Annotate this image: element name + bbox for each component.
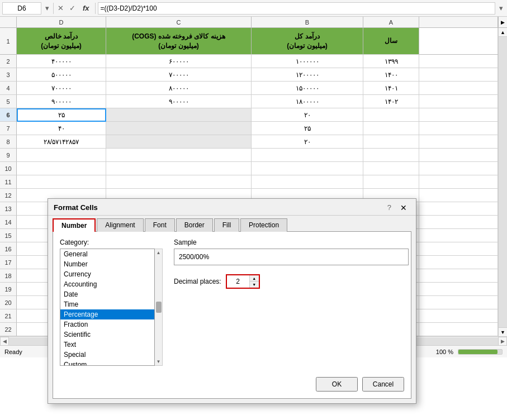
cell-A8[interactable] <box>363 135 419 149</box>
cell-B3[interactable]: ۱۲۰۰۰۰۰ <box>252 68 363 82</box>
formula-input[interactable] <box>98 2 495 15</box>
spinner-down-button[interactable]: ▼ <box>250 281 259 288</box>
col-header-C[interactable]: C <box>106 17 252 27</box>
cell-C6[interactable] <box>106 108 252 122</box>
cell-B1[interactable]: درآمد کل(میلیون تومان) <box>252 28 363 55</box>
category-list[interactable]: General Number Currency Accounting Date … <box>60 249 155 366</box>
category-scientific[interactable]: Scientific <box>60 330 154 340</box>
row-num-6[interactable]: 6 <box>0 108 17 122</box>
tab-border[interactable]: Border <box>176 218 213 232</box>
cell-D8[interactable]: ۲۸/۵۷۱۴۲۸۵۷ <box>17 135 106 149</box>
row-num-11[interactable]: 11 <box>0 175 17 189</box>
cell-A2[interactable]: ۱۳۹۹ <box>363 55 419 68</box>
cell-C11[interactable] <box>106 175 252 189</box>
scroll-thumb[interactable] <box>499 37 507 327</box>
cell-B4[interactable]: ۱۵۰۰۰۰۰ <box>252 82 363 95</box>
category-number[interactable]: Number <box>60 259 154 269</box>
col-header-B[interactable]: B <box>252 17 363 27</box>
cell-D7[interactable]: ۴۰ <box>17 122 106 135</box>
row-num-21[interactable]: 21 <box>0 309 17 323</box>
category-percentage[interactable]: Percentage <box>60 309 154 319</box>
cell-D3[interactable]: ۵۰۰۰۰۰ <box>17 68 106 82</box>
cell-D11[interactable] <box>17 175 106 189</box>
row-num-1[interactable]: 1 <box>0 28 17 55</box>
cell-D2[interactable]: ۴۰۰۰۰۰ <box>17 55 106 68</box>
cell-D6[interactable]: ۲۵ <box>17 108 106 122</box>
cell-A9[interactable] <box>363 149 419 162</box>
scroll-down-btn[interactable]: ▼ <box>499 327 507 336</box>
scroll-left-btn[interactable]: ◀ <box>0 337 9 346</box>
cell-D9[interactable] <box>17 149 106 162</box>
cell-A1[interactable]: سال <box>363 28 419 55</box>
cell-A11[interactable] <box>363 175 419 189</box>
formula-expand-icon[interactable]: ▾ <box>497 4 505 12</box>
decimal-places-input[interactable] <box>227 276 249 287</box>
cell-B11[interactable] <box>252 175 363 189</box>
tab-number[interactable]: Number <box>53 218 96 232</box>
scroll-thumb-cat[interactable] <box>156 302 162 313</box>
cell-C1[interactable]: هزینه کالای فروخته شده (COGS)(میلیون توم… <box>106 28 252 55</box>
cell-C7[interactable] <box>106 122 252 135</box>
row-num-12[interactable]: 12 <box>0 189 17 202</box>
cancel-button[interactable]: Cancel <box>362 377 404 392</box>
cell-A5[interactable]: ۱۴۰۲ <box>363 95 419 108</box>
row-num-18[interactable]: 18 <box>0 269 17 283</box>
cell-A7[interactable] <box>363 122 419 135</box>
cell-B10[interactable] <box>252 162 363 175</box>
row-num-5[interactable]: 5 <box>0 95 17 108</box>
cell-B6[interactable]: ۲۰ <box>252 108 363 122</box>
category-scrollbar[interactable]: ▲ ▼ <box>155 249 163 366</box>
cell-A4[interactable]: ۱۴۰۱ <box>363 82 419 95</box>
scroll-right-btn[interactable]: ▶ <box>498 337 507 346</box>
cell-C5[interactable]: ۹۰۰۰۰۰ <box>106 95 252 108</box>
close-button[interactable]: ✕ <box>397 203 410 213</box>
tab-alignment[interactable]: Alignment <box>97 218 143 232</box>
vertical-scrollbar[interactable]: ▲ ▼ <box>498 28 507 336</box>
row-num-7[interactable]: 7 <box>0 122 17 135</box>
row-num-8[interactable]: 8 <box>0 135 17 149</box>
col-scroll-right[interactable]: ▶ <box>498 17 507 27</box>
cell-C8[interactable] <box>106 135 252 149</box>
category-time[interactable]: Time <box>60 299 154 309</box>
confirm-formula-icon[interactable]: ✓ <box>68 4 77 12</box>
tab-fill[interactable]: Fill <box>214 218 239 232</box>
cell-D4[interactable]: ۷۰۰۰۰۰ <box>17 82 106 95</box>
category-special[interactable]: Special <box>60 350 154 360</box>
cell-A10[interactable] <box>363 162 419 175</box>
cell-B2[interactable]: ۱۰۰۰۰۰۰ <box>252 55 363 68</box>
cell-C2[interactable]: ۶۰۰۰۰۰ <box>106 55 252 68</box>
cell-B5[interactable]: ۱۸۰۰۰۰۰ <box>252 95 363 108</box>
row-num-2[interactable]: 2 <box>0 55 17 68</box>
cell-B9[interactable] <box>252 149 363 162</box>
help-icon[interactable]: ? <box>384 202 395 213</box>
cell-C3[interactable]: ۷۰۰۰۰۰ <box>106 68 252 82</box>
category-general[interactable]: General <box>60 249 154 259</box>
row-num-16[interactable]: 16 <box>0 242 17 256</box>
cell-D10[interactable] <box>17 162 106 175</box>
zoom-slider[interactable] <box>458 349 503 355</box>
formula-bar-menu-icon[interactable]: ▾ <box>44 4 51 12</box>
cell-ref-box[interactable]: D6 <box>2 2 41 15</box>
row-num-10[interactable]: 10 <box>0 162 17 175</box>
col-header-D[interactable]: D <box>17 17 106 27</box>
tab-protection[interactable]: Protection <box>240 218 287 232</box>
cell-A6[interactable] <box>363 108 419 122</box>
category-currency[interactable]: Currency <box>60 269 154 279</box>
cell-B8[interactable]: ۲۰ <box>252 135 363 149</box>
row-num-13[interactable]: 13 <box>0 202 17 216</box>
ok-button[interactable]: OK <box>316 377 358 392</box>
category-accounting[interactable]: Accounting <box>60 279 154 289</box>
category-custom[interactable]: Custom <box>60 360 154 366</box>
row-num-4[interactable]: 4 <box>0 82 17 95</box>
row-num-20[interactable]: 20 <box>0 296 17 309</box>
spinner-up-button[interactable]: ▲ <box>250 275 259 281</box>
row-num-19[interactable]: 19 <box>0 283 17 296</box>
category-text[interactable]: Text <box>60 340 154 350</box>
row-num-9[interactable]: 9 <box>0 149 17 162</box>
cell-C4[interactable]: ۸۰۰۰۰۰ <box>106 82 252 95</box>
scroll-up-btn[interactable]: ▲ <box>499 28 507 37</box>
category-fraction[interactable]: Fraction <box>60 319 154 330</box>
row-num-15[interactable]: 15 <box>0 229 17 242</box>
cell-B7[interactable]: ۲۵ <box>252 122 363 135</box>
cell-C10[interactable] <box>106 162 252 175</box>
